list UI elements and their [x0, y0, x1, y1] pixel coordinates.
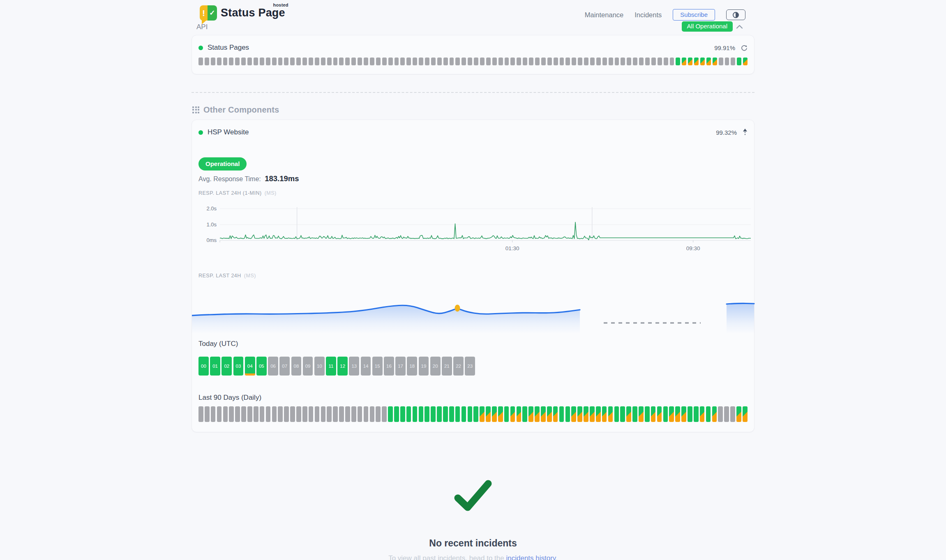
uptime-bar[interactable]	[395, 58, 399, 65]
uptime-bar[interactable]	[260, 58, 264, 65]
hour-block-09[interactable]: 09	[303, 357, 313, 376]
uptime-bar[interactable]	[443, 406, 448, 422]
uptime-bar[interactable]	[736, 406, 741, 422]
uptime-bar[interactable]	[541, 406, 546, 422]
nav-incidents[interactable]: Incidents	[635, 11, 662, 19]
uptime-bar[interactable]	[712, 406, 717, 422]
uptime-bar[interactable]	[743, 58, 748, 65]
hour-block-22[interactable]: 22	[453, 357, 464, 376]
hour-block-11[interactable]: 11	[326, 357, 336, 376]
uptime-bar[interactable]	[449, 406, 454, 422]
hour-block-05[interactable]: 05	[256, 357, 267, 376]
uptime-bar[interactable]	[351, 58, 356, 65]
uptime-bar[interactable]	[413, 406, 418, 422]
uptime-bar[interactable]	[296, 406, 301, 422]
uptime-bar[interactable]	[670, 58, 674, 65]
uptime-bar[interactable]	[504, 406, 509, 422]
hour-block-20[interactable]: 20	[430, 357, 441, 376]
uptime-bar[interactable]	[547, 406, 552, 422]
uptime-bar[interactable]	[621, 58, 625, 65]
uptime-bar[interactable]	[724, 406, 729, 422]
uptime-bar[interactable]	[278, 406, 283, 422]
uptime-bar[interactable]	[315, 58, 319, 65]
uptime-bar[interactable]	[455, 406, 460, 422]
uptime-bar[interactable]	[498, 406, 503, 422]
uptime-bar[interactable]	[522, 406, 527, 422]
hour-block-04[interactable]: 04	[245, 357, 255, 376]
uptime-bar[interactable]	[321, 406, 326, 422]
uptime-bar[interactable]	[510, 58, 515, 65]
uptime-bar[interactable]	[632, 406, 637, 422]
uptime-bar[interactable]	[737, 58, 741, 65]
uptime-bar[interactable]	[609, 58, 613, 65]
uptime-bar[interactable]	[615, 58, 619, 65]
hour-block-02[interactable]: 02	[222, 357, 232, 376]
uptime-bar[interactable]	[247, 58, 252, 65]
uptime-bar[interactable]	[309, 58, 313, 65]
uptime-bar[interactable]	[706, 406, 711, 422]
uptime-bar[interactable]	[498, 58, 503, 65]
uptime-bar[interactable]	[645, 406, 650, 422]
uptime-bar[interactable]	[272, 406, 277, 422]
collapse-arrow-icon[interactable]	[743, 129, 748, 136]
uptime-bar[interactable]	[547, 58, 552, 65]
uptime-bar[interactable]	[327, 406, 332, 422]
uptime-bar[interactable]	[688, 406, 692, 422]
uptime-bar[interactable]	[700, 58, 705, 65]
uptime-bar[interactable]	[235, 58, 240, 65]
uptime-bar[interactable]	[406, 58, 411, 65]
uptime-bar[interactable]	[425, 406, 429, 422]
uptime-bar[interactable]	[486, 58, 491, 65]
uptime-bar[interactable]	[743, 406, 748, 422]
uptime-bar[interactable]	[505, 58, 509, 65]
uptime-bar[interactable]	[419, 406, 424, 422]
uptime-bar[interactable]	[565, 406, 570, 422]
uptime-bar[interactable]	[633, 58, 637, 65]
uptime-bar[interactable]	[492, 58, 497, 65]
hour-block-19[interactable]: 19	[419, 357, 429, 376]
uptime-bar[interactable]	[345, 406, 350, 422]
uptime-bar[interactable]	[554, 58, 558, 65]
uptime-bar[interactable]	[474, 58, 478, 65]
last-90-days-bars[interactable]	[192, 406, 754, 422]
uptime-bar[interactable]	[584, 58, 588, 65]
uptime-bar[interactable]	[565, 58, 570, 65]
uptime-bar[interactable]	[492, 406, 497, 422]
uptime-bar[interactable]	[535, 406, 540, 422]
uptime-bar[interactable]	[486, 406, 491, 422]
uptime-bar[interactable]	[345, 58, 350, 65]
hour-block-10[interactable]: 10	[314, 357, 325, 376]
uptime-bar[interactable]	[241, 406, 246, 422]
uptime-bar[interactable]	[480, 58, 485, 65]
uptime-bar[interactable]	[364, 58, 368, 65]
uptime-bar[interactable]	[663, 406, 668, 422]
uptime-bar[interactable]	[431, 406, 436, 422]
uptime-bar[interactable]	[535, 58, 540, 65]
uptime-bar[interactable]	[577, 406, 582, 422]
uptime-bar[interactable]	[523, 58, 527, 65]
uptime-bar[interactable]	[559, 406, 564, 422]
uptime-bar[interactable]	[626, 406, 631, 422]
uptime-bar[interactable]	[425, 58, 429, 65]
component-row-status-pages[interactable]: Status Pages 99.91%	[192, 35, 754, 52]
uptime-bar[interactable]	[266, 406, 271, 422]
hour-block-17[interactable]: 17	[395, 357, 406, 376]
uptime-bar[interactable]	[302, 58, 307, 65]
uptime-bar[interactable]	[419, 58, 423, 65]
uptime-bar[interactable]	[198, 406, 203, 422]
uptime-bar[interactable]	[602, 406, 607, 422]
uptime-bar[interactable]	[229, 406, 234, 422]
uptime-bar[interactable]	[541, 58, 546, 65]
uptime-bar[interactable]	[706, 58, 711, 65]
uptime-bar[interactable]	[651, 58, 656, 65]
uptime-bar[interactable]	[719, 58, 723, 65]
uptime-bar[interactable]	[675, 406, 680, 422]
uptime-bar[interactable]	[560, 58, 564, 65]
uptime-bar[interactable]	[651, 406, 656, 422]
subscribe-button[interactable]: Subscribe	[673, 9, 715, 21]
uptime-bar[interactable]	[260, 406, 265, 422]
uptime-bar[interactable]	[620, 406, 625, 422]
uptime-bar[interactable]	[413, 58, 417, 65]
refresh-icon[interactable]	[741, 44, 748, 51]
uptime-bar[interactable]	[455, 58, 460, 65]
